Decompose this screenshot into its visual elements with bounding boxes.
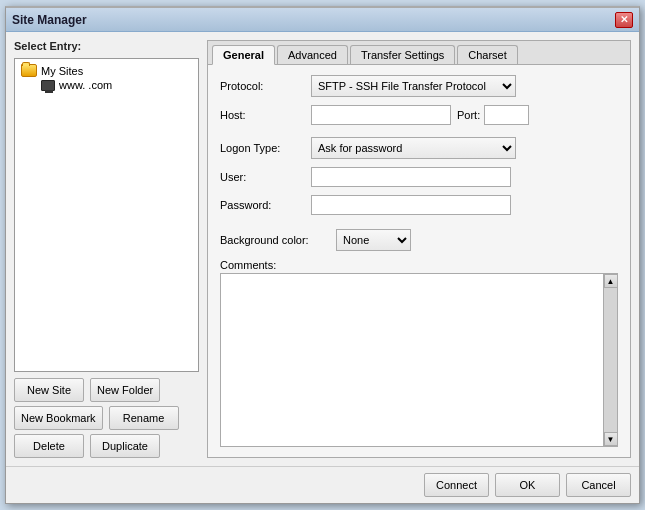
bgcolor-row: Background color: None Red Green Blue Ye…	[220, 229, 618, 251]
select-entry-label: Select Entry:	[14, 40, 199, 52]
logon-select[interactable]: Ask for password Normal Anonymous Intera…	[311, 137, 516, 159]
delete-button[interactable]: Delete	[14, 434, 84, 458]
connect-button[interactable]: Connect	[424, 473, 489, 497]
scroll-track	[604, 288, 617, 432]
comments-area: Comments: ▲ ▼	[220, 259, 618, 447]
comments-wrapper: ▲ ▼	[220, 273, 618, 447]
password-input[interactable]	[311, 195, 511, 215]
left-panel: Select Entry: My Sites www. .com New Sit…	[14, 40, 199, 458]
scrollbar[interactable]: ▲ ▼	[604, 273, 618, 447]
new-site-button[interactable]: New Site	[14, 378, 84, 402]
user-label: User:	[220, 171, 305, 183]
password-row: Password:	[220, 195, 618, 215]
new-folder-button[interactable]: New Folder	[90, 378, 160, 402]
password-label: Password:	[220, 199, 305, 211]
window-title: Site Manager	[12, 13, 87, 27]
folder-icon	[21, 64, 37, 77]
logon-label: Logon Type:	[220, 142, 305, 154]
host-row: Host: Port:	[220, 105, 618, 125]
tab-general[interactable]: General	[212, 45, 275, 65]
logon-row: Logon Type: Ask for password Normal Anon…	[220, 137, 618, 159]
rename-button[interactable]: Rename	[109, 406, 179, 430]
tab-bar: General Advanced Transfer Settings Chars…	[208, 41, 630, 65]
new-bookmark-button[interactable]: New Bookmark	[14, 406, 103, 430]
monitor-icon	[41, 80, 55, 91]
btn-row-2: New Bookmark Rename	[14, 406, 199, 430]
titlebar: Site Manager ✕	[6, 8, 639, 32]
tab-transfer-settings[interactable]: Transfer Settings	[350, 45, 455, 64]
port-group: Port:	[457, 105, 529, 125]
scroll-down-button[interactable]: ▼	[604, 432, 618, 446]
protocol-label: Protocol:	[220, 80, 305, 92]
footer-buttons: Connect OK Cancel	[6, 466, 639, 503]
duplicate-button[interactable]: Duplicate	[90, 434, 160, 458]
tree-folder-mysites[interactable]: My Sites	[19, 63, 194, 78]
main-content: Select Entry: My Sites www. .com New Sit…	[6, 32, 639, 466]
bgcolor-select[interactable]: None Red Green Blue Yellow	[336, 229, 411, 251]
bgcolor-label: Background color:	[220, 234, 330, 246]
tree-site-item[interactable]: www. .com	[19, 78, 194, 92]
left-buttons: New Site New Folder New Bookmark Rename …	[14, 378, 199, 458]
host-label: Host:	[220, 109, 305, 121]
folder-label: My Sites	[41, 65, 83, 77]
ok-button[interactable]: OK	[495, 473, 560, 497]
user-row: User:	[220, 167, 618, 187]
scroll-up-button[interactable]: ▲	[604, 274, 618, 288]
form-area: Protocol: SFTP - SSH File Transfer Proto…	[208, 65, 630, 457]
user-input[interactable]	[311, 167, 511, 187]
port-input[interactable]	[484, 105, 529, 125]
protocol-row: Protocol: SFTP - SSH File Transfer Proto…	[220, 75, 618, 97]
site-tree[interactable]: My Sites www. .com	[14, 58, 199, 372]
port-label: Port:	[457, 109, 480, 121]
host-input[interactable]	[311, 105, 451, 125]
right-panel: General Advanced Transfer Settings Chars…	[207, 40, 631, 458]
tab-advanced[interactable]: Advanced	[277, 45, 348, 64]
site-manager-window: Site Manager ✕ Select Entry: My Sites ww…	[5, 6, 640, 504]
btn-row-3: Delete Duplicate	[14, 434, 199, 458]
tab-charset[interactable]: Charset	[457, 45, 518, 64]
cancel-button[interactable]: Cancel	[566, 473, 631, 497]
comments-textarea[interactable]	[220, 273, 604, 447]
protocol-select[interactable]: SFTP - SSH File Transfer Protocol FTP - …	[311, 75, 516, 97]
btn-row-1: New Site New Folder	[14, 378, 199, 402]
site-label: www. .com	[59, 79, 112, 91]
comments-label: Comments:	[220, 259, 618, 271]
close-button[interactable]: ✕	[615, 12, 633, 28]
